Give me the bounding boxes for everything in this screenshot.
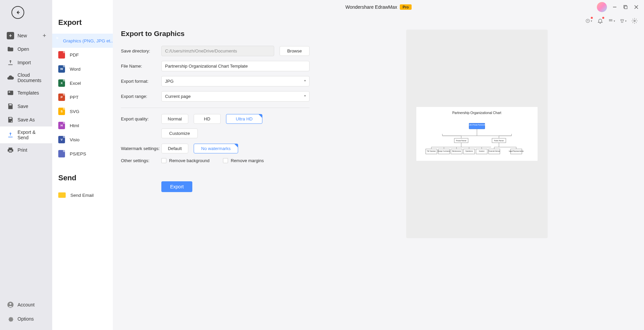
format-select[interactable]: JPG [161,76,310,86]
avatar[interactable] [597,2,607,12]
svg-file-icon: S [58,108,65,115]
settings-icon[interactable] [631,17,638,24]
preview-column: Partnership Organizational Chart Public-… [318,30,636,325]
export-type-visio[interactable]: V Visio [52,133,113,147]
range-label: Export range: [121,94,161,99]
export-type-label: PDF [70,52,79,58]
checkbox-icon [161,158,166,163]
form-title: Export to Graphics [121,30,310,38]
file-name-input[interactable] [161,61,310,71]
back-button[interactable] [11,6,24,19]
svg-text:Investor: Investor [479,150,484,152]
nav-label: New [18,33,27,38]
watermark-label: Watermark settings: [121,146,161,151]
pdf-file-icon [58,51,65,59]
export-type-excel[interactable]: X Excel [52,76,113,90]
svg-text:Design Contractor: Design Contractor [438,150,450,152]
excel-file-icon: X [58,79,65,87]
nav-export-send[interactable]: Export & Send [0,126,52,143]
nav-label: Account [18,302,35,307]
preview-canvas: Partnership Organizational Chart Public-… [416,107,538,161]
gear-icon [7,315,14,323]
svg-rect-11 [610,21,611,21]
nav-templates[interactable]: Templates [0,86,52,100]
arrow-left-icon [15,9,21,15]
preview-box: Partnership Organizational Chart Public-… [406,30,548,238]
bell-icon[interactable] [597,17,604,24]
export-section-title: Export [58,18,113,27]
export-type-html[interactable]: H Html [52,118,113,133]
main-panel: Wondershare EdrawMax Pro ▾ ▾ ▾ Export to… [113,0,644,330]
svg-rect-10 [609,21,610,21]
nav-new[interactable]: New + [0,29,52,42]
svg-text:Operations: Operations [465,150,473,152]
chart-title: Partnership Organizational Chart [420,111,534,115]
svg-text:Private Partner: Private Partner [456,140,466,142]
export-form: Export to Graphics Save directory: Brows… [121,30,310,325]
watermark-none[interactable]: No watermarks [194,144,238,153]
org-chart-preview: Public-Private Partnership Private Partn… [420,119,534,159]
quality-customize[interactable]: Customize [161,129,198,138]
nav-options[interactable]: Options [0,312,52,326]
nav-cloud[interactable]: Cloud Documents [0,69,52,86]
range-select[interactable]: Current page [161,91,310,102]
nav-print[interactable]: Print [0,143,52,157]
word-file-icon: W [58,65,65,73]
send-email[interactable]: Send Email [52,189,113,201]
quality-normal[interactable]: Normal [161,114,188,124]
remove-margins-option[interactable]: Remove margins [223,158,264,163]
import-icon [7,59,14,66]
svg-text:Public Partner: Public Partner [494,140,504,142]
send-section-title: Send [58,174,113,182]
nav-import[interactable]: Import [0,56,52,69]
export-type-label: SVG [70,109,79,114]
nav-save-as[interactable]: Save As [0,113,52,126]
export-type-ppt[interactable]: P PPT [52,90,113,104]
nav-label: Save As [18,117,35,122]
save-dir-label: Save directory: [121,48,161,53]
svg-rect-8 [610,19,611,20]
export-type-ps[interactable]: PS/EPS [52,147,113,161]
export-type-word[interactable]: W Word [52,62,113,76]
export-type-label: PS/EPS [70,151,86,156]
ppt-file-icon: P [58,94,65,101]
export-type-svg[interactable]: S SVG [52,104,113,118]
export-button[interactable]: Export [161,181,192,192]
checkbox-icon [223,158,228,163]
email-icon [58,192,66,198]
svg-rect-0 [8,91,13,95]
nav-save[interactable]: Save [0,100,52,113]
plus-icon[interactable]: + [42,32,46,39]
nav-label: Options [18,316,34,322]
svg-rect-9 [611,19,612,20]
svg-text:Toll Operator: Toll Operator [427,150,436,152]
minimize-icon[interactable] [612,4,618,10]
remove-bg-option[interactable]: Remove background [161,158,210,163]
help-icon[interactable]: ▾ [585,17,592,24]
print-icon [7,146,14,154]
cloud-icon [7,74,14,81]
close-icon[interactable] [633,4,639,10]
watermark-default[interactable]: Default [161,144,188,153]
left-sidebar: New + Open Import Cloud Documents Templa… [0,0,52,330]
visio-file-icon: V [58,136,65,143]
svg-text:Public-Private Partnership: Public-Private Partnership [468,124,486,126]
svg-text:Financial Advisor: Financial Advisor [488,150,500,152]
grid-icon[interactable]: ▾ [608,17,615,24]
nav-open[interactable]: Open [0,42,52,56]
divider [121,108,310,108]
browse-button[interactable]: Browse [280,46,310,56]
export-type-pdf[interactable]: PDF [52,48,113,62]
quality-ultra[interactable]: Ultra HD [226,114,262,124]
export-type-graphics[interactable]: Graphics (PNG, JPG et... [52,34,113,48]
export-type-label: PPT [70,95,78,100]
nav-account[interactable]: Account [0,298,52,312]
export-type-label: Graphics (PNG, JPG et... [63,38,113,43]
shirt-icon[interactable]: ▾ [620,17,626,24]
svg-text:Maintenance: Maintenance [452,150,461,152]
file-name-label: File Name: [121,64,161,69]
ps-file-icon [58,150,65,157]
tool-row: ▾ ▾ ▾ [113,14,644,24]
quality-hd[interactable]: HD [194,114,221,124]
maximize-icon[interactable] [622,4,629,10]
